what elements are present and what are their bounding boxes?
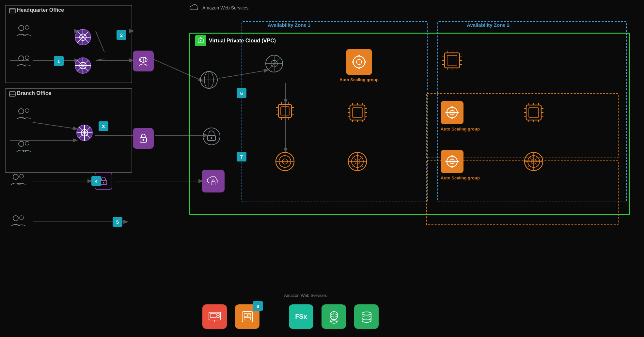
- svg-point-22: [19, 25, 24, 31]
- svg-point-74: [203, 128, 220, 145]
- branch-router: [76, 124, 93, 142]
- hq-router-2: [74, 57, 92, 74]
- asg2-scaling-controller: [441, 150, 463, 173]
- branch-users-bottom-icon: [15, 139, 33, 154]
- asg1-az2-router-icon: [346, 49, 372, 75]
- svg-marker-138: [451, 117, 453, 119]
- svg-rect-119: [445, 53, 460, 68]
- svg-point-76: [211, 137, 212, 139]
- svg-rect-96: [211, 182, 215, 185]
- s3-2-icon: [354, 304, 379, 329]
- az1-ec2-top-icon: [274, 100, 296, 122]
- hq-router-1: [74, 28, 92, 46]
- workspaces-icon-wrap: [202, 304, 227, 329]
- az1-ec2-bottom-icon: [274, 150, 296, 173]
- hq-users-top-icon: [15, 23, 33, 38]
- svg-rect-120: [447, 55, 457, 65]
- aws-cloud-top-label: Amazon Web Services: [189, 4, 248, 12]
- svg-marker-139: [445, 111, 447, 114]
- svg-rect-97: [350, 105, 365, 120]
- branch-users-top-icon: [15, 107, 33, 121]
- svg-point-67: [200, 40, 201, 41]
- hq-building-icon: [9, 7, 16, 14]
- hq-users-bottom-icon: [15, 54, 33, 68]
- branch-vpn-gateway: [133, 128, 154, 149]
- svg-rect-78: [281, 107, 289, 115]
- vpc-title: Virtual Private Cloud (VPC): [209, 38, 276, 44]
- hq-label: Headquarter Office: [17, 7, 64, 13]
- svg-point-55: [143, 139, 144, 141]
- svg-marker-150: [451, 155, 453, 157]
- svg-rect-160: [529, 108, 539, 117]
- cloud-icon: [189, 4, 200, 12]
- internet-users-icon: [10, 214, 27, 228]
- svg-point-56: [13, 174, 18, 179]
- s3-1-icon-wrap: [322, 304, 346, 329]
- svg-point-60: [13, 216, 18, 221]
- svg-point-190: [362, 312, 371, 315]
- asg2-az2-icon: [522, 150, 545, 173]
- svg-rect-182: [244, 317, 251, 320]
- hq-vpn-gateway: [133, 51, 154, 71]
- svg-marker-152: [445, 160, 447, 163]
- svg-rect-77: [278, 104, 291, 117]
- svg-rect-19: [9, 8, 15, 13]
- svg-marker-117: [352, 61, 353, 63]
- vpc-label-area: Virtual Private Cloud (VPC): [195, 35, 276, 46]
- badge-7: 7: [237, 152, 246, 161]
- s3-1-icon: [322, 304, 346, 329]
- svg-marker-151: [451, 166, 453, 168]
- workspaces-icon: [202, 304, 227, 329]
- svg-point-45: [25, 109, 29, 113]
- svg-point-25: [25, 56, 29, 60]
- svg-rect-41: [9, 92, 15, 96]
- svg-marker-137: [451, 106, 453, 108]
- svg-point-57: [20, 174, 24, 178]
- svg-point-47: [25, 141, 29, 145]
- svg-point-59: [103, 182, 104, 184]
- svg-point-61: [20, 216, 24, 220]
- fsx-icon-wrap: FSx: [289, 304, 313, 329]
- az2-ec2-1-icon: [441, 49, 463, 72]
- badge-2: 2: [117, 30, 126, 40]
- az2-ec2-top-icon: [522, 101, 545, 124]
- branch-label: Branch Office: [17, 90, 51, 96]
- svg-marker-118: [365, 61, 367, 63]
- remote-users-icon: [10, 172, 27, 187]
- badge-6: 6: [237, 88, 246, 98]
- branch-building-icon: [9, 90, 16, 98]
- asg1-label-2: Auto Scaling group: [428, 127, 493, 131]
- asg2-label: Auto Scaling group: [428, 176, 493, 180]
- vpc-green-badge: [195, 35, 206, 46]
- fsx-icon: FSx: [289, 304, 313, 329]
- aws-bottom-label: Amazon Web Services: [284, 293, 327, 298]
- asg2-az1-icon: [346, 150, 369, 173]
- svg-rect-180: [244, 314, 247, 317]
- svg-marker-153: [457, 160, 459, 163]
- badge-3: 3: [99, 121, 108, 131]
- badge-8: 8: [253, 301, 263, 311]
- svg-rect-159: [526, 105, 541, 120]
- az1-router-icon: [264, 54, 284, 73]
- badge-4: 4: [91, 176, 101, 186]
- appstream-icon-wrap: 8: [235, 304, 259, 329]
- svg-rect-176: [217, 316, 219, 317]
- svg-point-23: [25, 25, 29, 29]
- svg-point-46: [19, 141, 24, 146]
- svg-marker-116: [358, 68, 360, 69]
- svg-rect-175: [217, 314, 219, 315]
- asg1-instance-icon: [346, 101, 369, 124]
- fsx-label: FSx: [295, 313, 307, 320]
- branch-office-box: Branch Office 3: [5, 88, 132, 173]
- s3-2-icon-wrap: [354, 304, 379, 329]
- asg1-label: Auto Scaling group: [326, 77, 392, 82]
- diagram-container: Amazon Web Services Headquarter Office: [0, 0, 644, 337]
- bottom-icons-row: 8 FSx: [202, 304, 379, 329]
- aws-cloud-label: Amazon Web Services: [202, 5, 248, 10]
- asg1-scaling-controller: [441, 101, 463, 124]
- badge-5: 5: [113, 217, 122, 227]
- svg-rect-98: [353, 108, 362, 117]
- svg-marker-140: [457, 111, 459, 114]
- badge-1: 1: [54, 56, 64, 66]
- svg-point-24: [19, 56, 24, 61]
